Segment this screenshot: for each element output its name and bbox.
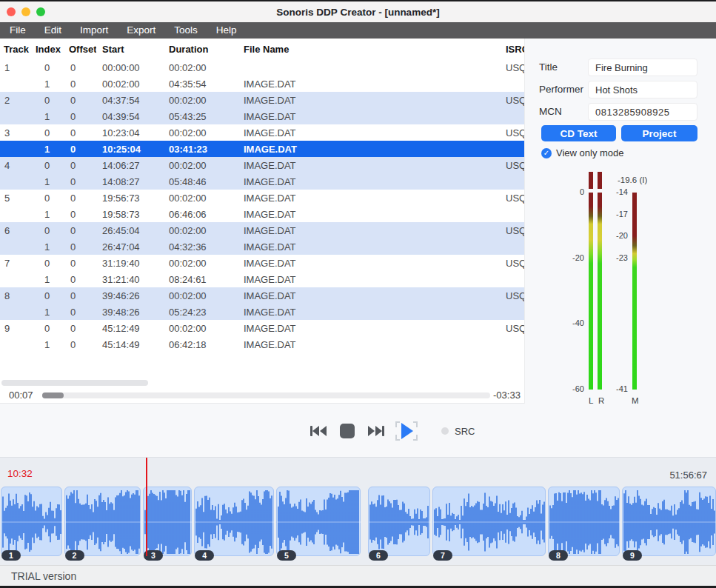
cell-duration: 05:48:46 [164, 176, 237, 187]
table-row[interactable]: 1039:48:2605:24:23IMAGE.DAT [0, 304, 524, 320]
app-window: Sonoris DDP Creator - [unnamed*] FileEdi… [0, 0, 716, 588]
cell-offset: 0 [67, 209, 96, 220]
table-row[interactable]: 1014:08:2705:48:46IMAGE.DAT [0, 173, 524, 190]
table-row[interactable]: 90045:12:4900:02:00IMAGE.DATUSQ [0, 320, 524, 336]
waveform-segment-track-5[interactable]: 5 [276, 487, 361, 556]
cell-index: 0 [36, 95, 67, 106]
play-button[interactable] [395, 420, 418, 442]
cell-start: 31:19:40 [96, 258, 164, 269]
cell-duration: 03:41:23 [164, 144, 237, 155]
loudness-readout: -19.6 (I) [618, 176, 647, 184]
cell-index: 1 [36, 307, 67, 318]
cell-track: 7 [0, 258, 36, 269]
table-row[interactable]: 1031:21:4008:24:61IMAGE.DAT [0, 271, 524, 287]
cell-file: IMAGE.DAT [237, 307, 500, 318]
cell-track: 4 [0, 160, 36, 171]
cell-isrc: USQ [500, 193, 524, 204]
waveform-segment-track-1[interactable]: 1 [1, 487, 62, 556]
m-scale-tick: -14 [606, 187, 628, 196]
stop-button[interactable] [338, 421, 357, 441]
status-text: TRIAL version [0, 570, 76, 582]
cell-isrc: USQ [500, 127, 524, 138]
table-row[interactable]: 1026:47:0404:32:36IMAGE.DAT [0, 238, 524, 255]
cell-start: 04:39:54 [96, 111, 164, 122]
waveform-segment-track-8[interactable]: 8 [548, 487, 620, 556]
cell-track: 1 [0, 62, 36, 73]
table-row[interactable]: 1000:02:0004:35:54IMAGE.DAT [0, 76, 524, 92]
menu-item-import[interactable]: Import [80, 22, 108, 39]
minimize-button[interactable] [21, 7, 30, 16]
previous-track-button[interactable] [310, 424, 328, 438]
maximize-button[interactable] [36, 7, 45, 16]
cell-offset: 0 [67, 176, 96, 187]
waveform-segment-track-4[interactable]: 4 [194, 487, 274, 556]
table-row[interactable]: 1045:14:4906:42:18IMAGE.DAT [0, 336, 524, 353]
cell-duration: 06:42:18 [164, 339, 237, 350]
cell-start: 10:23:04 [96, 127, 164, 138]
table-row[interactable]: 30010:23:0400:02:00IMAGE.DATUSQ [0, 124, 524, 141]
cell-duration: 05:43:25 [164, 111, 237, 122]
cell-duration: 00:02:00 [164, 62, 237, 73]
table-row[interactable]: 60026:45:0400:02:00IMAGE.DATUSQ [0, 222, 524, 238]
cell-offset: 0 [67, 127, 96, 138]
table-row[interactable]: 50019:56:7300:02:00IMAGE.DATUSQ [0, 190, 524, 206]
cell-isrc: USQ [500, 225, 524, 236]
cell-duration: 00:02:00 [164, 258, 237, 269]
cell-start: 26:45:04 [96, 225, 164, 236]
performer-field[interactable] [588, 81, 697, 98]
mcn-field[interactable] [588, 103, 697, 121]
cell-start: 26:47:04 [96, 241, 164, 253]
cd-text-button[interactable]: CD Text [541, 125, 616, 141]
waveform-graphic [144, 487, 193, 557]
view-only-label: View only mode [556, 147, 624, 158]
table-row[interactable]: 70031:19:4000:02:00IMAGE.DATUSQ [0, 255, 524, 271]
menu-item-export[interactable]: Export [127, 22, 155, 39]
title-field[interactable] [588, 59, 697, 76]
seek-bar[interactable] [42, 392, 490, 398]
main-area: TrackIndexOffsetStartDurationFile NameIS… [0, 39, 716, 404]
project-button[interactable]: Project [621, 125, 697, 141]
transport-bar: SRC [0, 404, 716, 457]
cell-offset: 0 [67, 78, 96, 90]
cell-start: 14:06:27 [96, 160, 164, 171]
cell-start: 10:25:04 [96, 144, 164, 155]
track-number-badge: 7 [433, 550, 452, 561]
mcn-label: MCN [539, 106, 562, 117]
table-row[interactable]: 20004:37:5400:02:00IMAGE.DATUSQ [0, 92, 524, 108]
cell-offset: 0 [67, 241, 96, 253]
table-row[interactable]: 1019:58:7306:46:06IMAGE.DAT [0, 206, 524, 222]
close-button[interactable] [7, 7, 16, 16]
table-row[interactable]: 1010:25:0403:41:23IMAGE.DAT [0, 141, 524, 157]
menu-item-edit[interactable]: Edit [44, 22, 61, 39]
cell-duration: 00:02:00 [164, 290, 237, 301]
cell-offset: 0 [67, 160, 96, 171]
cell-isrc: USQ [500, 160, 524, 171]
cell-isrc: USQ [500, 258, 524, 269]
cell-index: 1 [36, 339, 67, 350]
cell-index: 1 [36, 144, 67, 155]
waveform-segment-track-9[interactable]: 9 [622, 487, 716, 556]
total-time-label: 51:56:67 [669, 470, 707, 481]
track-number-badge: 4 [195, 550, 214, 561]
cell-file: IMAGE.DAT [237, 111, 500, 122]
horizontal-scrollbar[interactable] [1, 380, 148, 386]
cell-isrc: USQ [500, 290, 524, 301]
cell-start: 04:37:54 [96, 95, 164, 106]
cell-file: IMAGE.DAT [237, 144, 500, 155]
table-row[interactable]: 80039:46:2600:02:00IMAGE.DATUSQ [0, 287, 524, 304]
menu-item-file[interactable]: File [10, 22, 26, 39]
waveform-segment-track-6[interactable]: 6 [368, 487, 430, 556]
waveform-segment-track-7[interactable]: 7 [432, 487, 546, 556]
cell-offset: 0 [67, 62, 96, 73]
view-only-checkbox-icon[interactable]: ✓ [541, 148, 552, 158]
lr-scale-tick: -60 [562, 384, 584, 393]
table-row[interactable]: 1004:39:5405:43:25IMAGE.DAT [0, 108, 524, 124]
menu-item-help[interactable]: Help [216, 22, 237, 39]
menu-item-tools[interactable]: Tools [174, 22, 198, 39]
waveform-segment-track-2[interactable]: 2 [64, 487, 141, 556]
table-row[interactable]: 40014:06:2700:02:00IMAGE.DATUSQ [0, 157, 524, 173]
cell-file: IMAGE.DAT [237, 127, 500, 138]
next-track-button[interactable] [367, 424, 385, 438]
waveform-segment-track-3[interactable]: 3 [143, 487, 192, 556]
table-row[interactable]: 10000:00:0000:02:00USQ [0, 59, 524, 76]
